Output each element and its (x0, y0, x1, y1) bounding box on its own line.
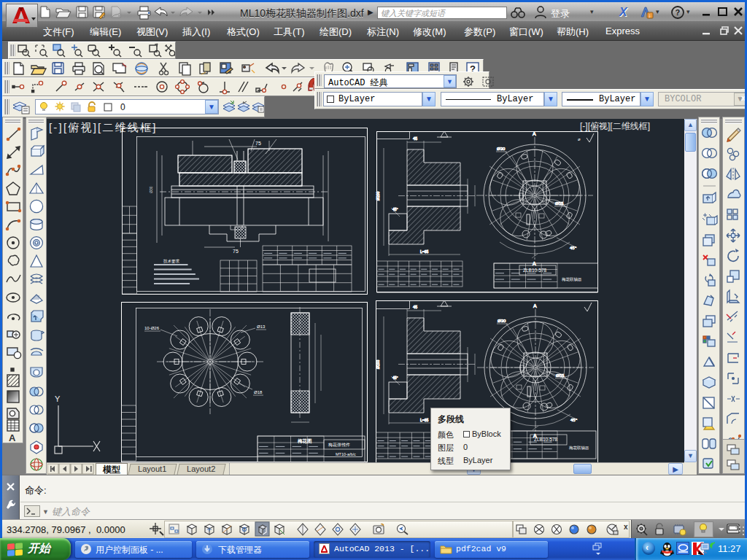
svg-text:L=85: L=85 (420, 418, 428, 422)
svg-text:45°: 45° (392, 376, 398, 380)
svg-text:A: A (533, 303, 537, 308)
svg-text:L=85: L=85 (420, 249, 428, 254)
svg-text:A: A (9, 432, 16, 443)
svg-text:ZLB10-578: ZLB10-578 (534, 437, 558, 442)
svg-text:Ø55: Ø55 (556, 373, 565, 378)
svg-text:[-][俯视][二维线框]: [-][俯视][二维线框] (49, 121, 158, 133)
svg-text:45°: 45° (392, 207, 398, 211)
svg-text:45: 45 (413, 305, 417, 309)
svg-text:⌀: ⌀ (578, 137, 581, 141)
svg-text:MT10-a/b/c: MT10-a/b/c (336, 452, 356, 456)
svg-text:梅花联轴器: 梅花联轴器 (561, 277, 582, 282)
svg-text:[-][俯视][二维线框]: [-][俯视][二维线框] (580, 121, 650, 131)
svg-text:梅花联轴器: 梅花联轴器 (568, 446, 589, 451)
svg-text:?: ? (676, 8, 681, 17)
svg-text:Ø30: Ø30 (498, 319, 506, 323)
svg-text:45: 45 (413, 136, 417, 141)
svg-text:ZLB10-578: ZLB10-578 (523, 268, 547, 273)
svg-text:Ø18: Ø18 (254, 390, 263, 394)
svg-text:Ø13: Ø13 (257, 324, 266, 329)
svg-text:Ø200: Ø200 (376, 192, 380, 201)
svg-text:A: A (533, 131, 536, 136)
svg-text:75: 75 (255, 141, 261, 146)
svg-text:技术要求: 技术要求 (163, 259, 180, 264)
svg-text:45°: 45° (570, 246, 577, 250)
svg-text:Ø30: Ø30 (497, 147, 506, 151)
svg-text:Y: Y (55, 394, 61, 403)
svg-text:45°: 45° (570, 418, 578, 422)
svg-text:Ø200: Ø200 (376, 360, 380, 369)
svg-text:75: 75 (233, 249, 239, 254)
svg-text:Ø55: Ø55 (555, 201, 564, 206)
svg-text:Ø30: Ø30 (149, 186, 153, 193)
svg-text:10-Ø26: 10-Ø26 (144, 326, 160, 330)
svg-text:↓: ↓ (649, 12, 651, 19)
svg-text:梅花弹性件: 梅花弹性件 (328, 443, 350, 448)
svg-text:梅花图: 梅花图 (297, 438, 312, 444)
